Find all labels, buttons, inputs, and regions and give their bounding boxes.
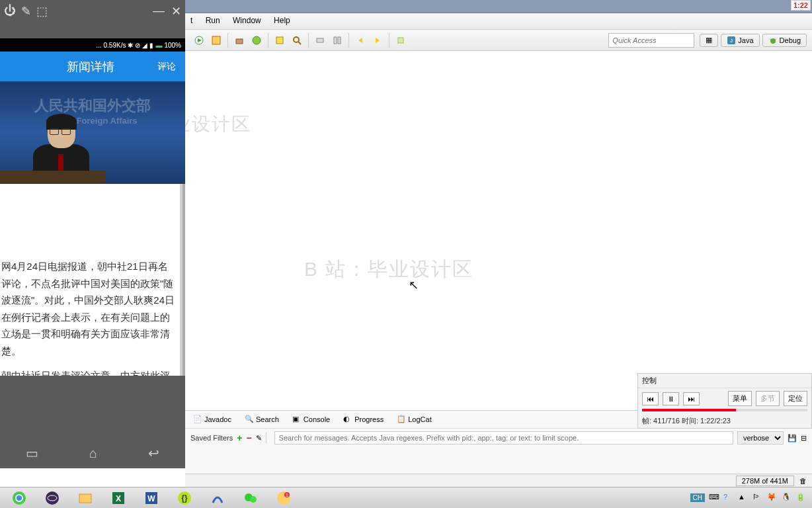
browser-app-icon[interactable]: 1 — [269, 489, 298, 507]
perspective-open-icon[interactable]: ▦ — [700, 34, 718, 47]
search-tab-icon: 🔍 — [245, 415, 254, 424]
svg-point-4 — [253, 36, 261, 44]
home-button[interactable]: ⌂ — [89, 446, 97, 461]
back-button[interactable]: ↩ — [148, 445, 159, 461]
excel-app-icon[interactable]: X — [104, 489, 133, 507]
power-icon[interactable]: ⏻ — [4, 4, 16, 18]
crop-icon[interactable]: ⬚ — [36, 4, 48, 19]
svg-point-32 — [250, 496, 257, 503]
phone-status-bar: ... 0.59K/s ✱ ⊘ ◢ ▮ ▬ 100% — [0, 38, 185, 52]
svg-text:1: 1 — [286, 493, 288, 497]
tab-search[interactable]: 🔍Search — [242, 413, 282, 425]
svg-point-6 — [294, 37, 299, 42]
editor-area: B 站：毕业设计区 B 站：毕业设计区 B站：毕业设计区（视频带源码论文———>… — [185, 51, 812, 410]
logcat-search-input[interactable] — [274, 431, 733, 444]
menu-help[interactable]: Help — [274, 16, 290, 25]
fox-tray-icon[interactable]: 🦊 — [767, 493, 778, 503]
scrollbar[interactable] — [180, 184, 183, 376]
mute-icon: ⊘ — [135, 42, 140, 49]
navicat-app-icon[interactable] — [203, 489, 232, 507]
code-app-icon[interactable]: {} — [170, 489, 199, 507]
tab-progress[interactable]: ◐Progress — [341, 413, 386, 425]
new-class-icon[interactable] — [249, 33, 264, 48]
wechat-app-icon[interactable] — [236, 489, 265, 507]
svg-rect-2 — [212, 36, 220, 44]
chrome-app-icon[interactable] — [5, 489, 34, 507]
svg-rect-9 — [334, 37, 337, 44]
phone-nav-bar: ▭ ⌂ ↩ — [0, 438, 185, 468]
eclipse-app-icon[interactable] — [38, 489, 67, 507]
run-icon[interactable] — [192, 33, 206, 48]
split-icon[interactable] — [330, 33, 345, 48]
menu-window[interactable]: Window — [233, 16, 261, 25]
log-level-select[interactable]: verbose — [737, 431, 784, 444]
comment-button[interactable]: 评论 — [148, 61, 185, 73]
save-log-icon[interactable]: 💾 — [788, 434, 797, 443]
locate-button[interactable]: 定位 — [784, 391, 807, 406]
app-header: 新闻详情 评论 — [0, 52, 185, 81]
app-title: 新闻详情 — [0, 59, 148, 75]
tab-logcat[interactable]: 📋LogCat — [394, 413, 434, 425]
minimize-icon[interactable]: — — [153, 4, 165, 19]
clear-log-icon[interactable]: ⊟ — [801, 434, 807, 443]
forward-nav-icon[interactable] — [370, 33, 385, 48]
svg-line-7 — [298, 42, 301, 44]
battery-tray-icon[interactable]: 🔋 — [796, 493, 807, 503]
play-pause-button[interactable]: ⏸ — [663, 392, 679, 405]
svg-text:W: W — [147, 494, 155, 503]
next-frame-button[interactable]: ⏭ — [683, 392, 700, 405]
news-image: 人民共和国外交部 stry of Foreign Affairs — [0, 81, 185, 184]
multi-button[interactable]: 多节 — [756, 391, 780, 406]
pencil-icon[interactable]: ✎ — [21, 4, 31, 19]
svg-line-18 — [775, 39, 776, 40]
menu-button[interactable]: 菜单 — [728, 391, 752, 406]
debug-perspective-button[interactable]: Debug — [762, 34, 807, 47]
gc-trash-icon[interactable]: 🗑 — [799, 477, 807, 485]
tab-console[interactable]: ▣Console — [290, 413, 333, 425]
qq-tray-icon[interactable]: 🐧 — [782, 493, 792, 503]
pin-icon[interactable] — [393, 33, 408, 48]
chevron-up-icon[interactable]: ▲ — [738, 493, 749, 503]
svg-point-16 — [770, 38, 776, 44]
svg-marker-11 — [358, 38, 362, 43]
status-bar: 278M of 441M 🗑 — [185, 474, 812, 487]
open-type-icon[interactable] — [272, 33, 287, 48]
tab-javadoc[interactable]: 📄Javadoc — [190, 413, 234, 425]
menu-t[interactable]: t — [190, 16, 192, 25]
back-nav-icon[interactable] — [353, 33, 368, 48]
article-content[interactable]: 网4月24日电据报道，朝中社21日再名评论，不点名批评中国对美国的政策"随波逐流… — [0, 184, 185, 376]
svg-marker-12 — [376, 38, 380, 43]
recent-apps-button[interactable]: ▭ — [26, 445, 38, 461]
java-perspective-button[interactable]: J Java — [721, 34, 759, 47]
menu-run[interactable]: Run — [206, 16, 220, 25]
ministry-logo: 人民共和国外交部 stry of Foreign Affairs — [0, 96, 185, 126]
logcat-toolbar: Saved Filters + − ✎ verbose 💾 ⊟ — [185, 429, 812, 447]
run-external-icon[interactable] — [209, 33, 223, 48]
wifi-icon: ◢ — [142, 42, 147, 49]
search-icon[interactable] — [290, 33, 304, 48]
main-toolbar: ▦ J Java Debug — [185, 30, 812, 51]
add-filter-icon[interactable]: + — [237, 433, 242, 443]
keyboard-tray-icon[interactable]: ⌨ — [709, 493, 719, 503]
lang-indicator[interactable]: CH — [690, 493, 705, 502]
toggle-icon[interactable] — [313, 33, 327, 48]
signal-icon: ▮ — [149, 42, 153, 49]
word-app-icon[interactable]: W — [137, 489, 166, 507]
flag-tray-icon[interactable]: 🏳 — [752, 493, 763, 503]
svg-rect-13 — [398, 38, 403, 43]
edit-filter-icon[interactable]: ✎ — [256, 434, 262, 443]
menu-bar: t Run Window Help — [185, 13, 812, 30]
remove-filter-icon[interactable]: − — [246, 433, 251, 443]
console-icon: ▣ — [292, 415, 302, 424]
battery-icon: ▬ — [155, 42, 162, 49]
close-icon[interactable]: ✕ — [171, 4, 181, 19]
quick-access-input[interactable] — [608, 33, 694, 48]
help-tray-icon[interactable]: ? — [723, 493, 734, 503]
prev-frame-button[interactable]: ⏮ — [642, 392, 659, 405]
progress-bar[interactable] — [642, 409, 807, 411]
bluetooth-icon: ✱ — [128, 42, 133, 49]
javadoc-icon: 📄 — [193, 415, 202, 424]
new-package-icon[interactable] — [232, 33, 247, 48]
progress-icon: ◐ — [343, 415, 352, 424]
explorer-app-icon[interactable] — [71, 489, 100, 507]
